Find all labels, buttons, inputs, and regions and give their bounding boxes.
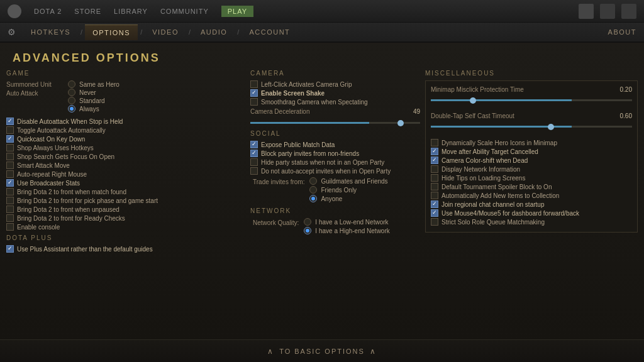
misc-check-9[interactable] bbox=[431, 218, 438, 226]
game-checkbox-7[interactable]: Use Broadcaster Stats bbox=[6, 179, 245, 187]
nav-options[interactable]: OPTIONS bbox=[85, 25, 138, 40]
misc-check-3[interactable] bbox=[431, 165, 438, 173]
misc-check-7[interactable] bbox=[431, 200, 438, 208]
camera-check-2[interactable] bbox=[250, 98, 258, 106]
nav-about[interactable]: ABOUT bbox=[608, 28, 636, 36]
game-checkbox-11[interactable]: Bring Dota 2 to front for Ready Checks bbox=[6, 214, 245, 222]
misc-checkbox-5[interactable]: Default Tournament Spoiler Block to On bbox=[431, 183, 632, 190]
game-checkbox-5[interactable]: Smart Attack Move bbox=[6, 162, 245, 169]
game-check-10[interactable] bbox=[6, 206, 14, 213]
game-check-0[interactable] bbox=[6, 118, 14, 125]
misc-check-1[interactable] bbox=[431, 148, 438, 155]
misc-checkbox-7[interactable]: Join regional chat channel on startup bbox=[431, 200, 632, 208]
misc-checkbox-8[interactable]: Use Mouse4/Mouse5 for dashboard forward/… bbox=[431, 209, 632, 217]
game-checkbox-1[interactable]: Toggle Autoattack Automatically bbox=[6, 126, 245, 134]
topbar-play[interactable]: PLAY bbox=[221, 6, 253, 17]
summoned-same-as-hero[interactable]: Same as Hero bbox=[68, 80, 119, 88]
network-radio-0[interactable] bbox=[304, 218, 311, 226]
game-checkbox-4[interactable]: Shop Search Gets Focus On Open bbox=[6, 153, 245, 160]
game-checkbox-0[interactable]: Disable Autoattack When Stop is Held bbox=[6, 118, 245, 125]
summoned-standard[interactable]: Standard bbox=[68, 97, 119, 104]
topbar-dota2[interactable]: DOTA 2 bbox=[34, 8, 62, 15]
doubletap-slider[interactable] bbox=[431, 126, 632, 128]
misc-checkbox-1[interactable]: Move after Ability Target Cancelled bbox=[431, 148, 632, 155]
trade-guildmates[interactable]: Guildmates and Friends bbox=[309, 177, 387, 185]
game-check-3[interactable] bbox=[6, 144, 14, 151]
game-check-7[interactable] bbox=[6, 179, 14, 187]
game-check-2[interactable] bbox=[6, 135, 14, 143]
notifications-icon[interactable] bbox=[600, 4, 615, 19]
chevron-up-left-icon: ∧ bbox=[267, 347, 274, 356]
game-check-1[interactable] bbox=[6, 126, 14, 134]
game-check-6[interactable] bbox=[6, 170, 14, 178]
misc-check-8[interactable] bbox=[431, 209, 438, 217]
trade-radio-1[interactable] bbox=[309, 186, 317, 194]
trade-anyone[interactable]: Anyone bbox=[309, 195, 387, 202]
misc-checkbox-2[interactable]: Camera Color-shift when Dead bbox=[431, 156, 632, 164]
summoned-radio-3[interactable] bbox=[68, 105, 75, 112]
trade-radio-0[interactable] bbox=[309, 177, 317, 185]
misc-checkbox-0[interactable]: Dynamically Scale Hero Icons in Minimap bbox=[431, 139, 632, 146]
network-high-end[interactable]: I have a High-end Network bbox=[304, 227, 389, 234]
misc-checkbox-6[interactable]: Automatically Add New Items to Collectio… bbox=[431, 192, 632, 199]
nav-audio[interactable]: AUDIO bbox=[193, 25, 235, 40]
trade-radio-2[interactable] bbox=[309, 195, 317, 202]
game-checkbox-2[interactable]: Quickcast On Key Down bbox=[6, 135, 245, 143]
social-checkbox-3[interactable]: Do not auto-accept invites when in Open … bbox=[250, 167, 420, 175]
misc-check-6[interactable] bbox=[431, 192, 438, 199]
misc-check-2[interactable] bbox=[431, 156, 438, 164]
summoned-radio-2[interactable] bbox=[68, 97, 75, 104]
topbar-community[interactable]: COMMUNITY bbox=[160, 8, 209, 15]
camera-checkbox-2[interactable]: Smoothdrag Camera when Spectating bbox=[250, 98, 420, 106]
game-checkbox-10[interactable]: Bring Dota 2 to front when unpaused bbox=[6, 206, 245, 213]
misc-checkbox-4[interactable]: Hide Tips on Loading Screens bbox=[431, 174, 632, 182]
game-check-8[interactable] bbox=[6, 188, 14, 195]
nav-hotkeys[interactable]: HOTKEYS bbox=[23, 25, 78, 40]
summoned-radio-1[interactable] bbox=[68, 89, 75, 96]
camera-check-1[interactable] bbox=[250, 89, 258, 97]
game-checkbox-9[interactable]: Bring Dota 2 to front for pick phase and… bbox=[6, 197, 245, 204]
social-check-1[interactable] bbox=[250, 150, 258, 157]
topbar-store[interactable]: STORE bbox=[74, 8, 101, 15]
game-checkbox-3[interactable]: Shop Always Uses Hotkeys bbox=[6, 144, 245, 151]
camera-checkbox-0[interactable]: Left-Click Activates Camera Grip bbox=[250, 80, 420, 88]
misc-checkbox-9[interactable]: Strict Solo Role Queue Matchmaking bbox=[431, 218, 632, 226]
misc-check-5[interactable] bbox=[431, 183, 438, 190]
dota-plus-checkbox[interactable]: Use Plus Assistant rather than the defau… bbox=[6, 245, 245, 253]
friends-icon[interactable] bbox=[621, 4, 636, 19]
camera-deceleration-slider[interactable] bbox=[250, 122, 420, 124]
summoned-never[interactable]: Never bbox=[68, 89, 119, 96]
summoned-radio-0[interactable] bbox=[68, 80, 75, 88]
network-low-end[interactable]: I have a Low-end Network bbox=[304, 218, 389, 226]
camera-check-0[interactable] bbox=[250, 80, 258, 88]
user-avatar[interactable] bbox=[579, 4, 594, 19]
summoned-always[interactable]: Always bbox=[68, 105, 119, 112]
misc-checkbox-3[interactable]: Display Network Information bbox=[431, 165, 632, 173]
topbar-library[interactable]: LIBRARY bbox=[114, 8, 148, 15]
social-check-3[interactable] bbox=[250, 167, 258, 175]
misc-check-0[interactable] bbox=[431, 139, 438, 146]
trade-friends-only[interactable]: Friends Only bbox=[309, 186, 387, 194]
social-check-0[interactable] bbox=[250, 141, 258, 148]
nav-account[interactable]: ACCOUNT bbox=[242, 25, 297, 40]
dota-plus-check[interactable] bbox=[6, 245, 14, 253]
network-radio-1[interactable] bbox=[304, 227, 311, 234]
game-checkbox-12[interactable]: Enable console bbox=[6, 223, 245, 231]
doubletap-slider-block: Double-Tap Self Cast Timeout 0.60 bbox=[431, 112, 632, 133]
game-checkbox-6[interactable]: Auto-repeat Right Mouse bbox=[6, 170, 245, 178]
game-check-9[interactable] bbox=[6, 197, 14, 204]
to-basic-button[interactable]: ∧ TO BASIC OPTIONS ∧ bbox=[267, 347, 377, 356]
game-check-5[interactable] bbox=[6, 162, 14, 169]
game-check-4[interactable] bbox=[6, 153, 14, 160]
social-checkbox-1[interactable]: Block party invites from non-friends bbox=[250, 150, 420, 157]
social-checkbox-0[interactable]: Expose Public Match Data bbox=[250, 141, 420, 148]
game-check-12[interactable] bbox=[6, 223, 14, 231]
game-check-11[interactable] bbox=[6, 214, 14, 222]
nav-video[interactable]: VIDEO bbox=[145, 25, 186, 40]
minimap-slider[interactable] bbox=[431, 99, 632, 101]
social-check-2[interactable] bbox=[250, 158, 258, 166]
game-checkbox-8[interactable]: Bring Dota 2 to front when match found bbox=[6, 188, 245, 195]
camera-checkbox-1[interactable]: Enable Screen Shake bbox=[250, 89, 420, 97]
social-checkbox-2[interactable]: Hide party status when not in an Open Pa… bbox=[250, 158, 420, 166]
misc-check-4[interactable] bbox=[431, 174, 438, 182]
